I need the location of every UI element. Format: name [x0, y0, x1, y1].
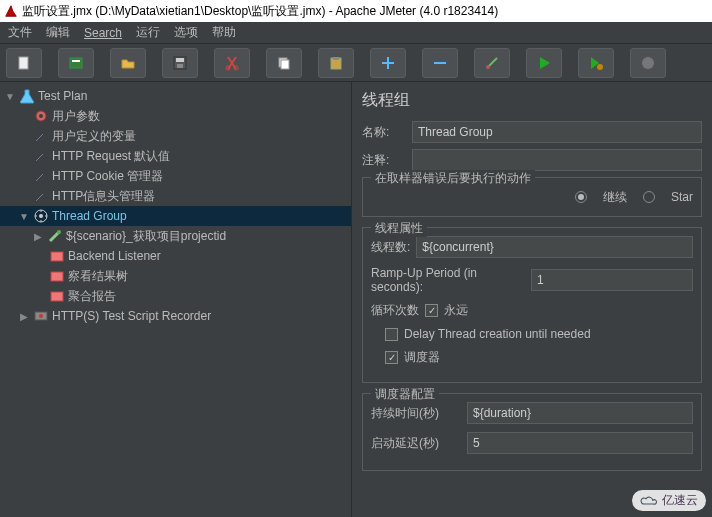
scheduler-config-fieldset: 调度器配置 持续时间(秒) 启动延迟(秒): [362, 393, 702, 471]
flask-icon: [19, 88, 35, 104]
loop-forever-label: 永远: [444, 302, 468, 319]
menu-bar: 文件 编辑 Search 运行 选项 帮助: [0, 22, 712, 44]
stop-button[interactable]: [630, 48, 666, 78]
tree-item-scenario[interactable]: ▶ ${scenario}_获取项目projectid: [0, 226, 351, 246]
svg-rect-9: [281, 60, 289, 69]
svg-point-24: [39, 314, 43, 318]
tree-item-userparams[interactable]: 用户参数: [0, 106, 351, 126]
loop-forever-checkbox[interactable]: [425, 304, 438, 317]
gear-icon: [33, 108, 49, 124]
tree-item-resultstree[interactable]: 察看结果树: [0, 266, 351, 286]
thread-props-legend: 线程属性: [371, 220, 427, 237]
svg-rect-1: [70, 58, 82, 68]
svg-rect-4: [176, 58, 184, 62]
tree-item-aggregate[interactable]: 聚合报告: [0, 286, 351, 306]
listener-icon: [49, 268, 65, 284]
watermark: 亿速云: [632, 490, 706, 511]
name-label: 名称:: [362, 124, 412, 141]
svg-point-16: [39, 114, 43, 118]
templates-button[interactable]: [58, 48, 94, 78]
startup-delay-input[interactable]: [467, 432, 693, 454]
tree-item-httpheader[interactable]: HTTP信息头管理器: [0, 186, 351, 206]
delay-thread-checkbox[interactable]: [385, 328, 398, 341]
loop-label: 循环次数: [371, 302, 419, 319]
menu-options[interactable]: 选项: [174, 24, 198, 41]
save-button[interactable]: [162, 48, 198, 78]
collapse-button[interactable]: [422, 48, 458, 78]
tree-item-httpcookie[interactable]: HTTP Cookie 管理器: [0, 166, 351, 186]
duration-input[interactable]: [467, 402, 693, 424]
sampler-icon: [47, 228, 63, 244]
svg-rect-11: [333, 57, 339, 60]
scheduler-label: 调度器: [404, 349, 440, 366]
wrench-icon: [33, 188, 49, 204]
toggle-button[interactable]: [474, 48, 510, 78]
delay-thread-label: Delay Thread creation until needed: [404, 327, 591, 341]
start-button[interactable]: [526, 48, 562, 78]
rampup-label: Ramp-Up Period (in seconds):: [371, 266, 525, 294]
threads-label: 线程数:: [371, 239, 410, 256]
name-input[interactable]: [412, 121, 702, 143]
scheduler-checkbox[interactable]: [385, 351, 398, 364]
menu-run[interactable]: 运行: [136, 24, 160, 41]
recorder-icon: [33, 308, 49, 324]
thread-props-fieldset: 线程属性 线程数: Ramp-Up Period (in seconds): 循…: [362, 227, 702, 383]
duration-label: 持续时间(秒): [371, 405, 461, 422]
wrench-icon: [33, 168, 49, 184]
menu-edit[interactable]: 编辑: [46, 24, 70, 41]
tree-item-backend[interactable]: Backend Listener: [0, 246, 351, 266]
comment-label: 注释:: [362, 152, 412, 169]
menu-file[interactable]: 文件: [8, 24, 32, 41]
on-error-legend: 在取样器错误后要执行的动作: [371, 170, 535, 187]
radio-start[interactable]: [643, 191, 655, 203]
svg-point-12: [486, 65, 490, 69]
cloud-icon: [640, 494, 658, 508]
svg-rect-21: [51, 272, 63, 281]
tree-item-threadgroup[interactable]: ▼ Thread Group: [0, 206, 351, 226]
threadgroup-icon: [33, 208, 49, 224]
listener-icon: [49, 288, 65, 304]
svg-point-19: [57, 230, 61, 234]
collapse-icon[interactable]: ▶: [32, 231, 44, 242]
new-button[interactable]: [6, 48, 42, 78]
scheduler-config-legend: 调度器配置: [371, 386, 439, 403]
svg-point-18: [39, 214, 43, 218]
wrench-icon: [33, 148, 49, 164]
window-title: 监听设置.jmx (D:\MyData\xietian1\Desktop\监听设…: [22, 3, 498, 20]
cut-button[interactable]: [214, 48, 250, 78]
svg-point-13: [597, 64, 603, 70]
panel-heading: 线程组: [362, 90, 702, 111]
tree-item-httpreq[interactable]: HTTP Request 默认值: [0, 146, 351, 166]
rampup-input[interactable]: [531, 269, 693, 291]
radio-continue[interactable]: [575, 191, 587, 203]
toolbar: [0, 44, 712, 82]
svg-rect-0: [19, 57, 28, 69]
open-button[interactable]: [110, 48, 146, 78]
listener-icon: [49, 248, 65, 264]
svg-rect-2: [72, 60, 80, 62]
expand-button[interactable]: [370, 48, 406, 78]
test-plan-tree[interactable]: ▼ Test Plan 用户参数 用户定义的变量 HTTP Request 默认…: [0, 82, 352, 517]
radio-continue-label: 继续: [603, 189, 627, 206]
thread-group-panel: 线程组 名称: 注释: 在取样器错误后要执行的动作 继续 Star 线程属性 线…: [352, 82, 712, 517]
paste-button[interactable]: [318, 48, 354, 78]
tree-item-uservars[interactable]: 用户定义的变量: [0, 126, 351, 146]
menu-search[interactable]: Search: [84, 26, 122, 40]
window-titlebar: 监听设置.jmx (D:\MyData\xietian1\Desktop\监听设…: [0, 0, 712, 22]
comment-input[interactable]: [412, 149, 702, 171]
start-no-pause-button[interactable]: [578, 48, 614, 78]
threads-input[interactable]: [416, 236, 693, 258]
tree-item-testplan[interactable]: ▼ Test Plan: [0, 86, 351, 106]
svg-rect-5: [177, 64, 183, 68]
radio-start-label: Star: [671, 190, 693, 204]
tree-item-recorder[interactable]: ▶ HTTP(S) Test Script Recorder: [0, 306, 351, 326]
svg-point-14: [642, 57, 654, 69]
menu-help[interactable]: 帮助: [212, 24, 236, 41]
copy-button[interactable]: [266, 48, 302, 78]
svg-rect-20: [51, 252, 63, 261]
expand-icon[interactable]: ▼: [4, 91, 16, 102]
wrench-icon: [33, 128, 49, 144]
svg-rect-22: [51, 292, 63, 301]
collapse-icon[interactable]: ▶: [18, 311, 30, 322]
expand-icon[interactable]: ▼: [18, 211, 30, 222]
